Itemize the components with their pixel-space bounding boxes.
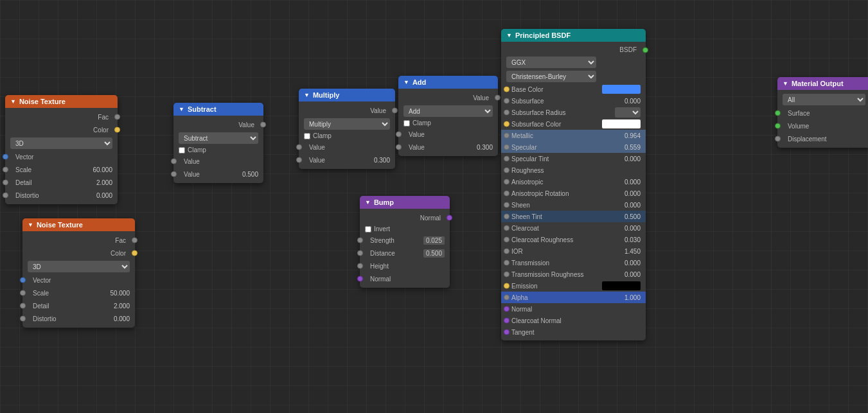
multiply-value-in-socket[interactable] bbox=[296, 145, 302, 150]
multiply-body: Value Multiply Clamp Value Value 0.300 bbox=[299, 101, 395, 169]
principled-transmission-roughness-socket[interactable] bbox=[504, 272, 509, 277]
principled-specular-tint-socket[interactable] bbox=[504, 156, 509, 162]
principled-clearcoat-socket[interactable] bbox=[504, 225, 509, 231]
principled-subsurface-method-select[interactable]: Christensen-Burley bbox=[506, 71, 596, 82]
bump-normal-out-socket[interactable] bbox=[447, 215, 452, 221]
principled-metallic-socket[interactable] bbox=[504, 133, 509, 139]
material-output-volume-socket[interactable] bbox=[775, 123, 781, 129]
noise1-header[interactable]: ▼ Noise Texture bbox=[5, 95, 118, 108]
noise2-vector-socket[interactable] bbox=[20, 277, 26, 283]
bump-invert-checkbox[interactable] bbox=[365, 226, 371, 233]
noise2-type-row: 3D bbox=[22, 259, 135, 274]
principled-anisotropic-socket[interactable] bbox=[504, 179, 509, 185]
subtract-value2-socket[interactable] bbox=[171, 171, 177, 177]
principled-base-color-swatch[interactable] bbox=[602, 85, 641, 94]
principled-sheen-value: 0.000 bbox=[624, 202, 641, 209]
principled-transmission-roughness-value: 0.000 bbox=[624, 271, 641, 278]
subtract-value2-label: Value bbox=[184, 171, 242, 178]
principled-clearcoat-roughness-socket[interactable] bbox=[504, 237, 509, 243]
add-value-out-socket[interactable] bbox=[495, 95, 500, 101]
bump-header[interactable]: ▼ Bump bbox=[360, 196, 450, 209]
principled-bsdf-out-socket[interactable] bbox=[642, 47, 648, 53]
noise2-type-select[interactable]: 3D bbox=[28, 261, 130, 272]
noise2-detail-socket[interactable] bbox=[20, 303, 26, 309]
principled-normal-label: Normal bbox=[511, 306, 641, 313]
multiply-type-select[interactable]: Multiply bbox=[304, 118, 390, 130]
subtract-value-out-row: Value bbox=[173, 118, 263, 131]
principled-tangent-socket[interactable] bbox=[504, 330, 509, 335]
add-header[interactable]: ▼ Add bbox=[398, 76, 498, 89]
noise2-color-socket[interactable] bbox=[132, 250, 137, 256]
principled-sheen-tint-value: 0.500 bbox=[624, 213, 641, 220]
principled-subsurface-radius-socket[interactable] bbox=[504, 110, 509, 116]
multiply-clamp-checkbox[interactable] bbox=[304, 133, 310, 139]
add-clamp-checkbox[interactable] bbox=[403, 120, 410, 127]
principled-specular-label: Specular bbox=[511, 144, 624, 151]
principled-ior-socket[interactable] bbox=[504, 249, 509, 254]
add-title: Add bbox=[412, 78, 426, 86]
noise2-fac-label: Fac bbox=[115, 237, 126, 244]
noise2-detail-row: Detail 2.000 bbox=[22, 299, 135, 312]
multiply-header[interactable]: ▼ Multiply bbox=[299, 89, 395, 101]
subtract-collapse-icon: ▼ bbox=[179, 106, 184, 112]
bump-normal-in-socket[interactable] bbox=[357, 276, 363, 282]
principled-emission-socket[interactable] bbox=[504, 283, 509, 289]
subtract-clamp-label: Clamp bbox=[188, 146, 206, 154]
add-type-select[interactable]: Add bbox=[403, 105, 493, 117]
noise1-fac-socket[interactable] bbox=[114, 114, 120, 120]
multiply-value-out-socket[interactable] bbox=[392, 108, 398, 114]
principled-subsurface-socket[interactable] bbox=[504, 98, 509, 104]
material-output-displacement-row: Displacement bbox=[777, 132, 868, 145]
material-output-header[interactable]: ▼ Material Output bbox=[777, 77, 868, 90]
noise1-type-select[interactable]: 3D bbox=[10, 137, 112, 149]
bump-height-socket[interactable] bbox=[357, 263, 363, 269]
add-value2-socket[interactable] bbox=[396, 145, 402, 150]
principled-clearcoat-normal-socket[interactable] bbox=[504, 318, 509, 324]
subtract-clamp-checkbox[interactable] bbox=[179, 147, 185, 154]
principled-subsurface-color-socket[interactable] bbox=[504, 121, 509, 127]
noise1-color-label: Color bbox=[93, 127, 109, 134]
principled-subsurface-radius-select[interactable] bbox=[615, 107, 641, 118]
principled-alpha-socket[interactable] bbox=[504, 295, 509, 301]
multiply-value2-val: 0.300 bbox=[374, 157, 390, 164]
subtract-value-out-socket[interactable] bbox=[260, 122, 266, 128]
principled-anisotropic-rot-socket[interactable] bbox=[504, 191, 509, 197]
noise1-color-socket[interactable] bbox=[114, 127, 120, 133]
noise1-scale-socket[interactable] bbox=[3, 167, 8, 173]
principled-normal-socket[interactable] bbox=[504, 306, 509, 312]
add-value-in-socket[interactable] bbox=[396, 132, 402, 137]
principled-transmission-socket[interactable] bbox=[504, 260, 509, 266]
noise2-fac-socket[interactable] bbox=[132, 238, 137, 243]
multiply-type-row: Multiply bbox=[299, 117, 395, 131]
bump-distance-socket[interactable] bbox=[357, 250, 363, 256]
multiply-value2-socket[interactable] bbox=[296, 157, 302, 163]
principled-ggx-select[interactable]: GGX bbox=[506, 57, 596, 68]
principled-normal-row: Normal bbox=[501, 303, 646, 315]
principled-subsurface-color-swatch[interactable] bbox=[602, 119, 641, 128]
noise1-detail-socket[interactable] bbox=[3, 180, 8, 186]
material-output-displacement-label: Displacement bbox=[788, 136, 827, 143]
material-output-dropdown[interactable]: All bbox=[783, 94, 865, 105]
subtract-value-in-socket[interactable] bbox=[171, 159, 177, 164]
noise2-scale-socket[interactable] bbox=[20, 290, 26, 296]
noise2-detail-value: 2.000 bbox=[114, 303, 130, 310]
principled-sheen-socket[interactable] bbox=[504, 202, 509, 208]
principled-roughness-socket[interactable] bbox=[504, 168, 509, 173]
material-output-displacement-socket[interactable] bbox=[775, 136, 781, 142]
principled-alpha-value: 1.000 bbox=[624, 294, 641, 301]
bump-normal-out-row: Normal bbox=[360, 211, 450, 224]
principled-emission-swatch[interactable] bbox=[602, 281, 641, 290]
subtract-type-select[interactable]: Subtract bbox=[179, 132, 258, 144]
noise1-vector-socket[interactable] bbox=[3, 154, 8, 160]
principled-roughness-label: Roughness bbox=[511, 167, 641, 174]
principled-header[interactable]: ▼ Principled BSDF bbox=[501, 29, 646, 42]
principled-base-color-socket[interactable] bbox=[504, 87, 509, 92]
subtract-header[interactable]: ▼ Subtract bbox=[173, 103, 263, 116]
principled-specular-socket[interactable] bbox=[504, 145, 509, 150]
noise2-header[interactable]: ▼ Noise Texture bbox=[22, 218, 135, 231]
material-output-surface-socket[interactable] bbox=[775, 110, 781, 116]
principled-sheen-tint-socket[interactable] bbox=[504, 214, 509, 220]
noise1-distort-socket[interactable] bbox=[3, 193, 8, 198]
bump-strength-socket[interactable] bbox=[357, 238, 363, 243]
noise2-distort-socket[interactable] bbox=[20, 316, 26, 322]
